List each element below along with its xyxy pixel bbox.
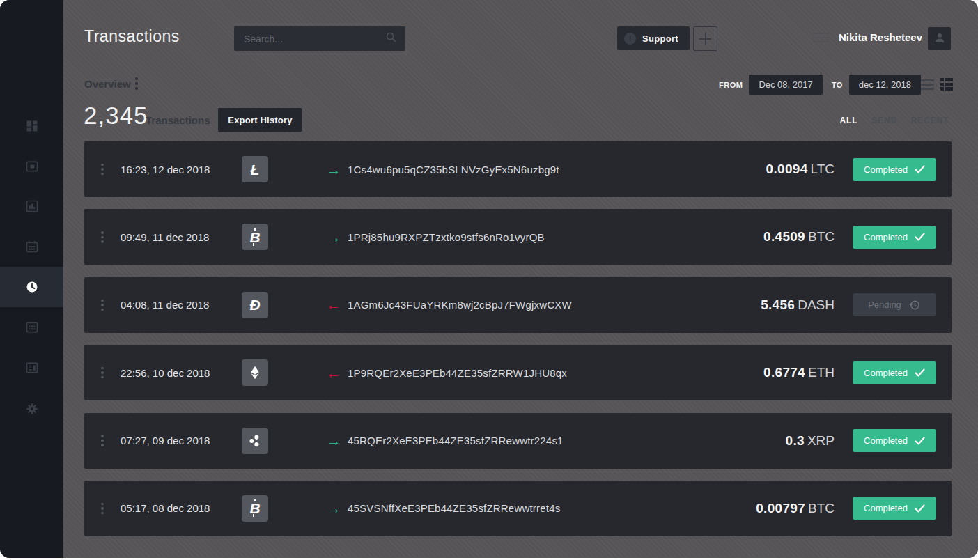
add-button[interactable] [693, 26, 717, 51]
transaction-time: 04:08, 11 dec 2018 [121, 299, 232, 311]
calendar-icon [25, 240, 39, 254]
status-badge[interactable]: Completed [853, 361, 936, 384]
search-input[interactable] [234, 33, 385, 45]
transaction-time: 05:17, 08 dec 2018 [121, 502, 232, 514]
transaction-time: 22:56, 10 dec 2018 [121, 367, 232, 379]
transaction-time: 16:23, 12 dec 2018 [121, 164, 232, 176]
arrow-left-icon: ← [325, 297, 343, 312]
transaction-row[interactable]: 22:56, 10 dec 2018 ← 1P9RQEr2XeE3PEb44ZE… [84, 345, 952, 400]
settings-gear-icon [25, 402, 39, 416]
status-badge[interactable]: Completed [853, 497, 936, 520]
overview-menu-icon[interactable] [135, 77, 138, 92]
sidebar-item-dashboard[interactable] [0, 106, 63, 146]
amount-value: 0.00797 [756, 501, 805, 515]
amount-currency: ETH [808, 365, 835, 380]
amount-currency: BTC [808, 229, 835, 244]
transaction-amount: 0.0094LTC [766, 162, 835, 177]
transaction-row[interactable]: 16:23, 12 dec 2018 Ł → 1Cs4wu6pu5qCZ35bS… [84, 141, 952, 197]
amount-value: 5.456 [761, 297, 795, 312]
arrow-left-icon: ← [325, 366, 343, 380]
row-menu-icon[interactable] [98, 435, 107, 446]
transaction-amount: 0.00797BTC [756, 501, 835, 516]
transaction-count-caption: Transactions [146, 114, 210, 126]
ltc-icon: Ł [242, 156, 268, 182]
wallet-icon [25, 160, 39, 173]
search-icon[interactable] [385, 31, 397, 46]
table-icon [25, 320, 39, 334]
transaction-address: 1P9RQEr2XeE3PEb44ZE35sfZRRW1JHU8qx [348, 367, 763, 379]
sidebar-item-charts[interactable] [0, 186, 63, 226]
chart-icon [25, 199, 39, 213]
transaction-amount: 0.4509BTC [763, 229, 835, 244]
search-box [234, 26, 405, 51]
filter-tab-send[interactable]: SEND [871, 116, 897, 125]
status-badge[interactable]: Completed [853, 429, 936, 452]
person-icon [933, 31, 947, 47]
transaction-list: 16:23, 12 dec 2018 Ł → 1Cs4wu6pu5qCZ35bS… [84, 141, 952, 548]
transaction-address: 45RQEr2XeE3PEb44ZE35sfZRRewwtr224s1 [348, 435, 786, 446]
transaction-amount: 0.6774ETH [763, 365, 835, 380]
status-label: Completed [864, 503, 908, 513]
transaction-row[interactable]: 09:49, 11 dec 2018 B → 1PRj85hu9RXPZTzxt… [84, 209, 952, 265]
transaction-row[interactable]: 04:08, 11 dec 2018 Đ ← 1AGm6Jc43FUaYRKm8… [84, 277, 952, 333]
arrow-right-icon: → [325, 433, 343, 448]
transaction-row[interactable]: 05:17, 08 dec 2018 B → 45SVSNffXeE3PEb44… [84, 481, 952, 536]
filter-tabs: ALLSENDRECENT [840, 116, 949, 125]
status-label: Completed [864, 368, 908, 378]
grid-view-icon[interactable] [940, 78, 953, 91]
sidebar-item-reports[interactable] [0, 348, 63, 388]
amount-value: 0.4509 [763, 229, 805, 244]
status-badge[interactable]: Completed [853, 226, 936, 249]
amount-currency: LTC [811, 162, 835, 176]
list-view-icon[interactable] [921, 79, 934, 90]
page-title: Transactions [84, 27, 180, 46]
btc-icon: B [242, 224, 268, 250]
dashboard-icon [25, 119, 39, 133]
amount-currency: DASH [798, 297, 835, 312]
history-clock-icon [25, 280, 39, 294]
transaction-time: 07:27, 09 dec 2018 [121, 435, 232, 446]
sidebar-item-settings[interactable] [0, 389, 63, 429]
check-icon [915, 437, 925, 445]
status-badge[interactable]: Pending [853, 293, 936, 316]
transaction-address: 1Cs4wu6pu5qCZ35bSLNVzGyEx5N6uzbg9t [348, 164, 766, 176]
amount-value: 0.6774 [763, 365, 805, 380]
sidebar [0, 0, 63, 558]
to-date-input[interactable]: dec 12, 2018 [849, 75, 921, 95]
view-toggles [921, 78, 953, 91]
transaction-row[interactable]: 07:27, 09 dec 2018 → 45RQEr2XeE3PEb44ZE3… [84, 413, 952, 469]
eth-icon [242, 359, 268, 386]
transaction-address: 1AGm6Jc43FUaYRKm8wj2cBpJ7FWgjxwCXW [348, 299, 761, 311]
support-label: Support [642, 33, 678, 44]
xrp-icon [242, 428, 268, 454]
row-menu-icon[interactable] [98, 300, 107, 311]
amount-currency: XRP [807, 433, 835, 448]
from-date-input[interactable]: Dec 08, 2017 [749, 75, 822, 95]
status-label: Completed [864, 232, 908, 242]
to-label: TO [832, 81, 843, 89]
arrow-right-icon: → [325, 501, 343, 515]
transaction-amount: 5.456DASH [761, 297, 835, 313]
row-menu-icon[interactable] [98, 164, 107, 176]
export-history-button[interactable]: Export History [218, 108, 302, 132]
status-badge[interactable]: Completed [853, 158, 936, 181]
overview-label[interactable]: Overview [84, 78, 131, 90]
sidebar-item-table[interactable] [0, 307, 63, 348]
status-label: Pending [868, 300, 901, 310]
row-menu-icon[interactable] [98, 367, 107, 379]
support-button[interactable]: ! Support [617, 26, 690, 50]
avatar[interactable] [928, 27, 951, 50]
filter-tab-recent[interactable]: RECENT [911, 116, 949, 125]
sidebar-item-calendar[interactable] [0, 226, 63, 267]
sidebar-item-history[interactable] [0, 267, 63, 307]
row-menu-icon[interactable] [98, 503, 107, 515]
row-menu-icon[interactable] [98, 231, 107, 243]
amount-value: 0.0094 [766, 162, 808, 176]
filter-tab-all[interactable]: ALL [840, 116, 858, 125]
check-icon [915, 233, 925, 241]
sidebar-item-wallet[interactable] [0, 146, 63, 187]
date-range: FROM Dec 08, 2017 TO dec 12, 2018 [719, 75, 921, 95]
transaction-count: 2,345 [84, 102, 148, 130]
check-icon [915, 165, 925, 173]
menu-icon[interactable] [813, 33, 830, 45]
